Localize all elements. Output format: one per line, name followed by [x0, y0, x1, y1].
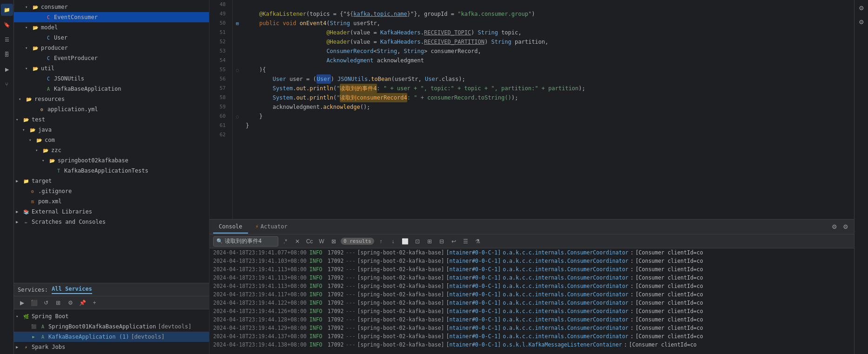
- search-close-btn[interactable]: ⊠: [329, 236, 339, 247]
- services-group-btn[interactable]: ⊞: [53, 298, 63, 308]
- tree-label-consumer: consumer: [41, 4, 68, 10]
- services-stop-btn[interactable]: ⬛: [29, 298, 39, 308]
- log-level-1: INFO: [310, 257, 326, 265]
- test-icon-KafkaTests: T: [55, 167, 62, 174]
- tree-label-JSONUtils: JSONUtils: [54, 75, 84, 82]
- git-tool-button[interactable]: ⑂: [1, 78, 13, 90]
- tree-label-util: util: [41, 65, 54, 72]
- tree-item-gitignore[interactable]: ⚙ .gitignore: [14, 186, 209, 196]
- tree-label-application-yml: application.yml: [47, 106, 98, 113]
- tree-item-java2[interactable]: ▾ 📂 java: [14, 125, 209, 135]
- log-line-6: 2024-04-18T23:19:44.122+08:00 INFO 17092…: [209, 299, 854, 307]
- ln-59: 59: [209, 102, 229, 112]
- log-class-11: o.s.k.l.KafkaMessageListenerContainer: [503, 341, 622, 349]
- tree-item-resources[interactable]: ▾ 📂 resources: [14, 94, 209, 104]
- code-editor[interactable]: @KafkaListener(topics = {"${kafka.topic.…: [242, 0, 854, 219]
- tree-item-model[interactable]: ▾ 📂 model: [14, 22, 209, 33]
- search-word-btn[interactable]: W: [316, 236, 327, 247]
- console-search-input[interactable]: [225, 238, 271, 245]
- code-line-61: }: [246, 121, 850, 130]
- tree-arrow-producer: ▾: [25, 46, 32, 50]
- tree-item-zzc[interactable]: ▾ 📂 zzc: [14, 145, 209, 155]
- actuator-icon: ⚡: [256, 223, 259, 230]
- editor-area: 48 49 50 51 52 53 54 55 56 57 58 59 60 6…: [209, 0, 854, 354]
- tree-item-scratches[interactable]: ▶ ✏ Scratches and Consoles: [14, 217, 209, 227]
- search-settings4-btn[interactable]: ⊟: [437, 236, 447, 247]
- search-clear-btn[interactable]: ✕: [292, 236, 303, 247]
- console-settings-btn[interactable]: ⚙: [830, 222, 839, 231]
- tree-item-producer[interactable]: ▾ 📂 producer: [14, 43, 209, 53]
- tree-item-target[interactable]: ▶ 📁 target: [14, 176, 209, 186]
- log-msg-10: [Consumer clientId=co: [635, 332, 703, 341]
- log-level-8: INFO: [310, 315, 326, 324]
- search-next-btn[interactable]: ↓: [388, 236, 398, 247]
- ln-53: 53: [209, 47, 229, 56]
- log-pid-10: 17092: [328, 332, 344, 341]
- services-add-btn[interactable]: +: [89, 298, 100, 308]
- tree-item-EventProducer[interactable]: C EventProducer: [14, 53, 209, 63]
- tree-item-external-libs[interactable]: ▶ 📚 External Libraries: [14, 207, 209, 217]
- log-class-1: o.a.k.c.c.internals.ConsumerCoordinator: [503, 257, 628, 265]
- services-filter-btn[interactable]: ⚙: [65, 298, 75, 308]
- folder-icon-com2: 📂: [35, 136, 43, 144]
- code-line-62: [246, 130, 850, 140]
- tree-label-producer: producer: [41, 45, 68, 51]
- services-item-sparkjobs[interactable]: ▶ ⚡ Spark Jobs: [14, 342, 209, 352]
- search-cc-btn[interactable]: Cc: [304, 236, 315, 247]
- services-item-springboot[interactable]: ▾ 🌿 Spring Boot: [14, 311, 209, 321]
- tree-label-EventConsumer: EventConsumer: [54, 14, 98, 20]
- tree-item-application-yml[interactable]: ⚙ application.yml: [14, 104, 209, 114]
- log-pid-8: 17092: [328, 315, 344, 324]
- search-filter-btn[interactable]: ⚗: [473, 236, 483, 247]
- tree-item-KafkaBaseApp[interactable]: A KafkaBaseApplication: [14, 84, 209, 94]
- tree-item-util[interactable]: ▾ 📂 util: [14, 63, 209, 73]
- code-line-56: User user = (User) JSONUtils.toBean(user…: [246, 74, 850, 84]
- services-item-kafkabaseapp[interactable]: ▶ A KafkaBaseApplication (1) [devtools]: [14, 332, 209, 342]
- tree-item-test[interactable]: ▾ 📂 test: [14, 114, 209, 125]
- tree-label-zzc: zzc: [51, 147, 61, 154]
- right-config-btn[interactable]: ⚙: [855, 16, 868, 28]
- ln-51: 51: [209, 28, 229, 37]
- search-settings1-btn[interactable]: ⬜: [400, 236, 410, 247]
- services-all-tab[interactable]: All Services: [52, 286, 92, 294]
- tree-item-consumer[interactable]: ▾ 📂 consumer: [14, 2, 209, 12]
- tree-item-com2[interactable]: ▾ 📂 com: [14, 135, 209, 145]
- tree-item-springboot02[interactable]: ▾ 📂 springboot02kafkabase: [14, 155, 209, 166]
- tree-item-JSONUtils[interactable]: C JSONUtils: [14, 73, 209, 84]
- log-colon-5: :: [630, 290, 633, 299]
- tree-item-pom[interactable]: m pom.xml: [14, 196, 209, 207]
- services-pin-btn[interactable]: 📌: [77, 298, 87, 308]
- java-icon-JSONUtils: C: [45, 75, 52, 82]
- tree-label-test: test: [32, 116, 45, 123]
- search-settings3-btn[interactable]: ⊞: [424, 236, 435, 247]
- run-tool-button[interactable]: ▶: [1, 63, 13, 75]
- ln-60: 60: [209, 112, 229, 121]
- structure-tool-button[interactable]: ☰: [1, 33, 13, 46]
- log-line-3: 2024-04-18T23:19:41.113+08:00 INFO 17092…: [209, 274, 854, 282]
- tree-item-User[interactable]: C User: [14, 33, 209, 43]
- database-tool-button[interactable]: 🗄: [1, 48, 13, 60]
- services-play-btn[interactable]: ▶: [17, 298, 27, 308]
- project-tool-button[interactable]: 📁: [1, 4, 13, 16]
- services-rerun-btn[interactable]: ↺: [41, 298, 51, 308]
- search-regex-btn[interactable]: .*: [280, 236, 290, 247]
- yml-icon-application: ⚙: [38, 106, 46, 113]
- gutter-52: [233, 37, 242, 47]
- tab-actuator[interactable]: ⚡ Actuator: [250, 220, 293, 234]
- search-settings2-btn[interactable]: ⊡: [412, 236, 423, 247]
- ln-52: 52: [209, 37, 229, 47]
- tab-console[interactable]: Console: [213, 220, 248, 234]
- search-settings5-btn[interactable]: ☰: [461, 236, 471, 247]
- log-class-3: o.a.k.c.c.internals.ConsumerCoordinator: [503, 274, 628, 282]
- right-settings-btn[interactable]: ⚙: [855, 2, 868, 14]
- search-wrap-btn[interactable]: ↩: [449, 236, 459, 247]
- tree-item-EventConsumer[interactable]: C EventConsumer: [14, 12, 209, 22]
- console-close-btn[interactable]: ⚙: [841, 222, 850, 231]
- bookmark-tool-button[interactable]: 🔖: [1, 19, 13, 31]
- search-prev-btn[interactable]: ↑: [376, 236, 386, 247]
- services-item-springboot01[interactable]: ⬛ A SpringBoot01KafkaBaseApplication [de…: [14, 321, 209, 332]
- tree-item-KafkaTests[interactable]: T KafkaBaseApplicationTests: [14, 166, 209, 176]
- folder-icon-test: 📂: [22, 116, 30, 123]
- log-thread-7: [ntainer#0-0-C-1]: [446, 307, 501, 315]
- run-icon-kafkabaseapp: ▶: [30, 333, 37, 341]
